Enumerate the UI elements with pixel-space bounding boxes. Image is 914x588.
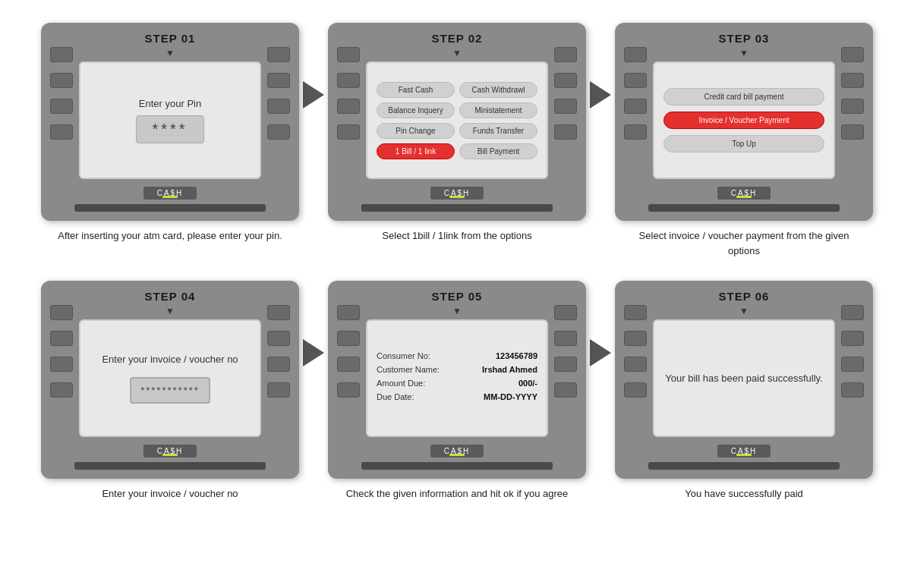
atm-screen-6: Your bill has been paid successfully.	[653, 319, 835, 437]
atm-btn-l1[interactable]	[50, 47, 73, 62]
step-04-title: Enter your invoice / voucher no	[102, 354, 238, 365]
step-02-label: STEP 02	[366, 32, 548, 45]
atm-left-buttons	[50, 47, 73, 140]
option-list: Credit card bill payment Invoice / Vouch…	[663, 88, 824, 153]
atm-machine-1: STEP 01 ▼ Enter your Pin ****	[41, 23, 299, 221]
atm-btn-6r3[interactable]	[841, 357, 864, 372]
menu-item-pinchange[interactable]: Pin Change	[377, 123, 455, 139]
menu-item-cashwithdrawl[interactable]: Cash Withdrawl	[459, 82, 537, 98]
customer-label: Customer Name:	[377, 365, 440, 374]
atm-btn-l4[interactable]	[50, 124, 73, 140]
atm-btn-4l2[interactable]	[50, 331, 73, 346]
atm-right-buttons-2	[554, 47, 577, 140]
menu-item-fastcash[interactable]: Fast Cash	[377, 82, 455, 98]
atm-btn-r1[interactable]	[267, 47, 290, 62]
atm-btn-l3[interactable]	[50, 99, 73, 114]
atm-btn-2r3[interactable]	[554, 99, 577, 114]
step-01-caption: After inserting your atm card, please en…	[58, 228, 282, 244]
atm-btn-3r2[interactable]	[841, 73, 864, 88]
atm-btn-3l3[interactable]	[624, 99, 647, 114]
atm-btn-4r4[interactable]	[267, 382, 290, 398]
atm-btn-r3[interactable]	[267, 99, 290, 114]
atm-btn-5r3[interactable]	[554, 357, 577, 372]
amount-value: 000/-	[518, 379, 537, 388]
atm-btn-5l3[interactable]	[337, 357, 360, 372]
consumer-value: 123456789	[496, 351, 537, 360]
atm-btn-3l1[interactable]	[624, 47, 647, 62]
atm-left-buttons-3	[624, 47, 647, 140]
card-slot-4[interactable]	[74, 462, 266, 470]
atm-btn-2l2[interactable]	[337, 73, 360, 88]
atm-screen-wrapper-2: STEP 02 ▼ Fast Cash Cash Withdrawl Balan…	[366, 32, 548, 179]
atm-machine-3: STEP 03 ▼ Credit card bill payment Invoi…	[615, 23, 873, 221]
step-05-label: STEP 05	[366, 290, 548, 303]
option-topup[interactable]: Top Up	[663, 135, 824, 153]
atm-screen-wrapper-5: STEP 05 ▼ Consumer No: 123456789 Custome…	[366, 290, 548, 437]
atm-btn-4r1[interactable]	[267, 305, 290, 320]
atm-btn-r4[interactable]	[267, 124, 290, 140]
step-03-container: STEP 03 ▼ Credit card bill payment Invoi…	[615, 23, 873, 258]
step-01-title: Enter your Pin	[139, 98, 201, 109]
atm-screen-3: Credit card bill payment Invoice / Vouch…	[653, 61, 835, 179]
card-slot-3[interactable]	[648, 204, 840, 212]
info-row-duedate: Due Date: MM-DD-YYYY	[377, 392, 537, 401]
card-slot-2[interactable]	[361, 204, 553, 212]
atm-btn-2l1[interactable]	[337, 47, 360, 62]
cash-label-4: CA$H	[143, 445, 197, 458]
step-06-label: STEP 06	[653, 290, 835, 303]
atm-btn-5l2[interactable]	[337, 331, 360, 346]
card-slot-6[interactable]	[648, 462, 840, 470]
option-creditcard[interactable]: Credit card bill payment	[663, 88, 824, 105]
menu-item-balanceinquery[interactable]: Balance Inquery	[377, 102, 455, 118]
atm-btn-2r1[interactable]	[554, 47, 577, 62]
atm-btn-6l3[interactable]	[624, 357, 647, 372]
success-message: Your bill has been paid successfully.	[665, 371, 822, 386]
atm-btn-5l1[interactable]	[337, 305, 360, 320]
atm-screen-wrapper-6: STEP 06 ▼ Your bill has been paid succes…	[653, 290, 835, 437]
menu-item-ministatement[interactable]: Ministatement	[459, 102, 537, 118]
atm-btn-6r4[interactable]	[841, 382, 864, 398]
cash-label-1: CA$H	[143, 187, 197, 200]
atm-btn-2r4[interactable]	[554, 124, 577, 140]
step-06-container: STEP 06 ▼ Your bill has been paid succes…	[615, 281, 873, 502]
menu-item-fundstransfer[interactable]: Funds Transfer	[459, 123, 537, 139]
atm-btn-4r2[interactable]	[267, 331, 290, 346]
atm-screen-2: Fast Cash Cash Withdrawl Balance Inquery…	[366, 61, 548, 179]
atm-btn-4l3[interactable]	[50, 357, 73, 372]
menu-item-1bill[interactable]: 1 Bill / 1 link	[377, 143, 455, 159]
atm-btn-2l4[interactable]	[337, 124, 360, 140]
atm-btn-2l3[interactable]	[337, 99, 360, 114]
atm-btn-6r2[interactable]	[841, 331, 864, 346]
atm-btn-5l4[interactable]	[337, 382, 360, 398]
menu-item-billpayment[interactable]: Bill Payment	[459, 143, 537, 159]
atm-btn-6l2[interactable]	[624, 331, 647, 346]
atm-screen-wrapper-1: STEP 01 ▼ Enter your Pin ****	[79, 32, 261, 179]
option-invoice[interactable]: Invoice / Voucher Payment	[663, 112, 824, 129]
atm-btn-r2[interactable]	[267, 73, 290, 88]
atm-btn-5r2[interactable]	[554, 331, 577, 346]
invoice-input[interactable]: ***********	[130, 377, 210, 404]
atm-btn-2r2[interactable]	[554, 73, 577, 88]
arrow-1-2	[303, 81, 324, 108]
atm-btn-4l4[interactable]	[50, 382, 73, 398]
consumer-label: Consumer No:	[377, 351, 430, 360]
atm-btn-3r4[interactable]	[841, 124, 864, 140]
atm-btn-6l4[interactable]	[624, 382, 647, 398]
step-03-caption: Select invoice / voucher payment from th…	[630, 228, 858, 258]
atm-btn-3l2[interactable]	[624, 73, 647, 88]
atm-btn-3r3[interactable]	[841, 99, 864, 114]
card-slot-5[interactable]	[361, 462, 553, 470]
atm-btn-6r1[interactable]	[841, 305, 864, 320]
atm-btn-4l1[interactable]	[50, 305, 73, 320]
atm-btn-3l4[interactable]	[624, 124, 647, 140]
atm-btn-6l1[interactable]	[624, 305, 647, 320]
atm-screen-1: Enter your Pin ****	[79, 61, 261, 179]
atm-btn-3r1[interactable]	[841, 47, 864, 62]
cash-label-6: CA$H	[717, 445, 771, 458]
atm-btn-l2[interactable]	[50, 73, 73, 88]
step-04-label: STEP 04	[79, 290, 261, 303]
atm-btn-5r4[interactable]	[554, 382, 577, 398]
card-slot-1[interactable]	[74, 204, 266, 212]
atm-btn-4r3[interactable]	[267, 357, 290, 372]
atm-btn-5r1[interactable]	[554, 305, 577, 320]
